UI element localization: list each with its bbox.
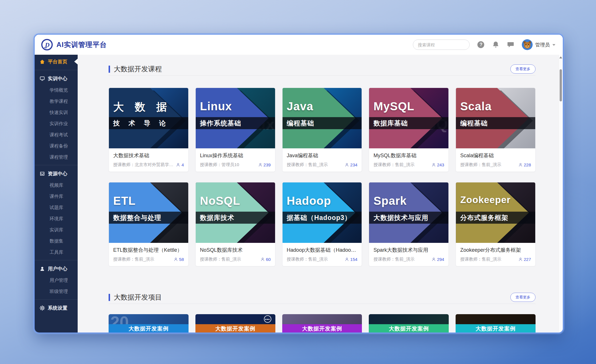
enrollment-count: 60 (266, 257, 271, 262)
sidebar: 平台首页 实训中心 学情概览 教学课程 快速实训 实训作业 课程考试 课程备份 … (35, 55, 78, 332)
thumb-subtitle: 技 术 导 论 (113, 119, 169, 128)
thumb-subtitle-band: 技 术 导 论 (109, 117, 188, 129)
thumb-subtitle: 操作系统基础 (200, 119, 241, 128)
course-thumbnail: inux Linux 操作系统基础 (196, 88, 275, 148)
scrollbar[interactable] (558, 55, 563, 332)
course-thumbnail: NoSQL 数据库技术 (196, 182, 275, 243)
sidebar-item-system-settings[interactable]: 系统设置 (35, 302, 78, 314)
sidebar-subitem[interactable]: 学情概览 (35, 85, 78, 96)
person-icon (518, 257, 523, 261)
scrollbar-up-arrow[interactable] (559, 56, 562, 58)
view-more-button[interactable]: 查看更多 (510, 293, 536, 302)
sidebar-item-training-center[interactable]: 实训中心 (35, 72, 78, 85)
course-title: Spark大数据技术与应用 (373, 247, 444, 253)
sidebar-subitem[interactable]: 课程备份 (35, 141, 78, 152)
sidebar-subitem[interactable]: 实训作业 (35, 118, 78, 129)
project-banner: 大数据开发案例 (369, 324, 449, 332)
course-thumbnail: Scala 编程基础 (456, 88, 535, 148)
avatar[interactable] (522, 39, 533, 50)
project-card[interactable]: ••• 大数据开发案例 (195, 314, 275, 332)
course-thumbnail: Zookeeper 分布式服务框架 (456, 182, 535, 243)
sidebar-subitem[interactable]: 环境库 (35, 213, 78, 225)
help-icon[interactable]: ? (477, 41, 485, 48)
thumb-subtitle: 数据整合与处理 (113, 213, 161, 222)
sidebar-item-user-center[interactable]: 用户中心 (35, 262, 78, 275)
course-card[interactable]: NoSQL 数据库技术 NoSQL数据库技术 授课教师：售前_演示 (195, 182, 275, 266)
main-content: 大数据开发课程 查看更多 大 数 据 技 术 导 论 大数据技术基础 (78, 55, 563, 332)
course-card[interactable]: ETL 数据整合与处理 ETL数据整合与处理（Kettle） 授课教师：售前_演… (109, 182, 189, 266)
course-teacher: 授课教师：售前_演示 (287, 162, 343, 168)
thumb-title: ETL (113, 194, 136, 207)
thumb-subtitle: 分布式服务框架 (460, 213, 508, 222)
notification-bell-icon[interactable] (492, 41, 499, 48)
course-enrollment: 60 (260, 257, 271, 262)
course-enrollment: 154 (345, 257, 357, 262)
enrollment-count: 294 (437, 257, 444, 262)
sidebar-subitem[interactable]: 课程管理 (35, 152, 78, 163)
project-card[interactable]: 20 大数据开发案例 (109, 314, 189, 332)
sidebar-subitem[interactable]: 班级管理 (35, 286, 78, 297)
chevron-down-icon[interactable] (552, 44, 555, 46)
sidebar-subitem[interactable]: 试题库 (35, 202, 78, 213)
sidebar-divider (35, 299, 78, 300)
course-card[interactable]: MySQ MySQL 数据库基础 MySQL数据库基础 授课教师：售前_演示 (369, 88, 449, 172)
section-title: 大数据开发课程 (114, 64, 162, 74)
course-card[interactable]: Java 编程基础 Java编程基础 授课教师：售前_演示 (282, 88, 362, 172)
sidebar-item-label: 实训中心 (48, 75, 67, 82)
course-teacher: 授课教师：售前_演示 (373, 162, 430, 168)
search-box[interactable] (413, 40, 470, 50)
thumb-title: Linux (200, 100, 232, 113)
thumb-title: Zookeeper (460, 194, 511, 205)
sidebar-subitem[interactable]: 视频库 (35, 180, 78, 191)
enrollment-count: 58 (179, 257, 184, 262)
course-thumbnail: MySQ MySQL 数据库基础 (369, 88, 448, 148)
ellipsis-icon: ••• (264, 315, 271, 323)
course-teacher: 授课教师：售前_演示 (460, 162, 517, 168)
course-card[interactable]: inux Linux 操作系统基础 Linux操作系统基础 授课教师：管理员10 (195, 88, 275, 172)
enrollment-count: 154 (350, 257, 357, 262)
sidebar-item-resource-center[interactable]: 资源中心 (35, 167, 78, 180)
course-card[interactable]: Spark 大数据技术与应用 Spark大数据技术与应用 授课教师：售前_演示 (369, 182, 449, 266)
project-grid: 20 大数据开发案例 ••• 大数据开发案例 大数据开发案例 大数据开发案例 大… (109, 314, 536, 332)
search-input[interactable] (418, 42, 475, 47)
course-teacher: 授课教师：售前_演示 (460, 257, 517, 262)
sidebar-subitem[interactable]: 课程考试 (35, 129, 78, 141)
sidebar-subitem[interactable]: 用户管理 (35, 275, 78, 286)
inbox-icon (40, 171, 45, 176)
user-name: 管理员 (535, 42, 550, 48)
sidebar-subitem[interactable]: 数据集 (35, 236, 78, 247)
course-card[interactable]: Hadoop 据基础（Hadoop3） Hadoop大数据基础（Hadoop3）… (282, 182, 362, 266)
sidebar-subitem[interactable]: 实训库 (35, 225, 78, 236)
thumb-subtitle-band: 数据库技术 (196, 212, 275, 224)
person-icon (174, 257, 178, 261)
thumb-title: MySQL (373, 100, 414, 113)
course-card[interactable]: 大 数 据 技 术 导 论 大数据技术基础 授课教师：北京市对外贸易学校教... (109, 88, 189, 172)
course-thumbnail: Java 编程基础 (283, 88, 362, 148)
sidebar-subitem[interactable]: 课件库 (35, 191, 78, 202)
thumb-subtitle-band: 操作系统基础 (196, 117, 275, 129)
thumb-title: NoSQL (200, 194, 240, 207)
course-enrollment: 239 (258, 162, 271, 167)
course-card[interactable]: Scala 编程基础 Scala编程基础 授课教师：售前_演示 (456, 88, 536, 172)
project-banner: 大数据开发案例 (195, 324, 275, 332)
project-card[interactable]: 大数据开发案例 (369, 314, 449, 332)
top-header: D AI实训管理平台 ? (35, 35, 563, 55)
section-divider (109, 75, 536, 76)
view-more-button[interactable]: 查看更多 (510, 64, 536, 74)
project-card[interactable]: 大数据开发案例 (282, 314, 362, 332)
project-banner: 大数据开发案例 (456, 324, 536, 332)
message-icon[interactable] (507, 41, 514, 48)
course-card[interactable]: Zookeeper 分布式服务框架 Zookeeper分布式服务框架 授课教师：… (456, 182, 536, 266)
sidebar-subitem[interactable]: 快速实训 (35, 107, 78, 118)
course-teacher: 授课教师：售前_演示 (287, 257, 343, 262)
app-logo-icon: D (41, 39, 53, 51)
user-menu[interactable]: 管理员 (522, 39, 555, 50)
project-card[interactable]: 大数据开发案例 (456, 314, 536, 332)
sidebar-subitem[interactable]: 教学课程 (35, 96, 78, 107)
sidebar-item-home[interactable]: 平台首页 (35, 55, 78, 68)
active-notch (74, 59, 78, 64)
enrollment-count: 234 (350, 162, 357, 167)
scrollbar-thumb[interactable] (560, 69, 562, 101)
course-enrollment: 243 (432, 162, 444, 167)
sidebar-subitem[interactable]: 工具库 (35, 247, 78, 258)
